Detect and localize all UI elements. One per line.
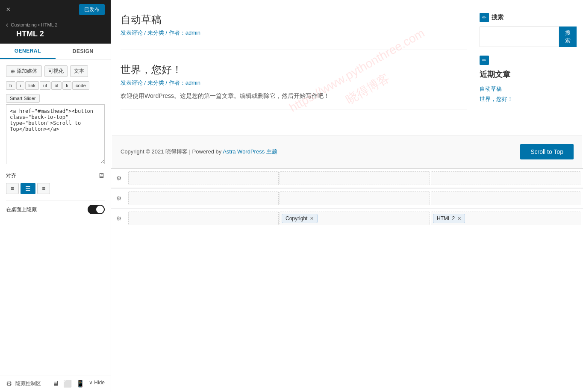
- list-item: 自动草稿: [480, 84, 574, 94]
- content-posts: 自动草稿 发表评论 / 未分类 / 作者：admin 世界，您好！ 发表评论 /…: [121, 13, 467, 122]
- wp-preview: https://www.pythonthree.com晓得博客 自动草稿 发表评…: [111, 0, 583, 392]
- builder-cell-3-1: [128, 212, 279, 225]
- published-button[interactable]: 已发布: [79, 4, 105, 15]
- customizer-sidebar: × 已发布 ‹ Customizing • HTML 2 HTML 2 GENE…: [0, 0, 111, 392]
- search-widget-title: 搜索: [492, 14, 504, 21]
- copyright-text: Copyright © 2021 晓得博客 | Powered by: [121, 148, 221, 155]
- html2-item: HTML 2 ✕: [433, 214, 465, 223]
- align-center-button[interactable]: ☰: [21, 183, 35, 194]
- text-button[interactable]: 文本: [70, 65, 88, 77]
- italic-button[interactable]: i: [16, 81, 24, 90]
- close-button[interactable]: ×: [6, 5, 14, 14]
- builder-cell-2-2: [280, 192, 430, 205]
- sidebar-footer: ⚙ 隐藏控制区 🖥 ⬜ 📱 ∨ Hide: [0, 375, 111, 392]
- breadcrumb: Customizing • HTML 2: [11, 22, 57, 27]
- main-layout: × 已发布 ‹ Customizing • HTML 2 HTML 2 GENE…: [0, 0, 583, 392]
- bold-button[interactable]: b: [6, 81, 15, 90]
- tablet-device-icon[interactable]: ⬜: [63, 380, 72, 388]
- ul-button[interactable]: ul: [40, 81, 50, 90]
- builder-row-3: ⚙ Copyright ✕ HTML 2 ✕: [111, 209, 583, 228]
- desktop-icon: 🖥: [98, 172, 105, 180]
- builder-cell-2-3: [431, 192, 581, 205]
- recent-post-link-1[interactable]: 自动草稿: [480, 84, 574, 94]
- scroll-to-top-button[interactable]: Scroll to Top: [520, 144, 574, 159]
- recent-posts-title: 近期文章: [480, 69, 574, 80]
- post-meta-1: 发表评论 / 未分类 / 作者：admin: [121, 29, 467, 37]
- li-button[interactable]: li: [62, 81, 71, 90]
- copyright-item: Copyright ✕: [282, 214, 318, 223]
- footer-copyright: Copyright © 2021 晓得博客 | Powered by Astra…: [121, 148, 277, 156]
- add-media-icon: ⊕: [11, 68, 15, 74]
- desktop-device-icon[interactable]: 🖥: [52, 380, 59, 388]
- builder-area: ⚙ ⚙: [111, 168, 583, 228]
- alignment-label: 对齐: [6, 172, 16, 180]
- builder-cell-1-2: [280, 171, 430, 185]
- search-widget: ✏ 搜索 搜索: [480, 13, 574, 47]
- code-button[interactable]: code: [72, 81, 89, 90]
- hide-controls-label[interactable]: 隐藏控制区: [15, 380, 41, 387]
- post-title-2: 世界，您好！: [121, 63, 467, 77]
- search-button[interactable]: 搜索: [559, 27, 577, 47]
- builder-row-2-cells: [127, 189, 583, 208]
- alignment-buttons: ≡ ☰ ≡: [6, 183, 105, 194]
- device-icons: 🖥 ⬜ 📱 ∨ Hide: [52, 380, 105, 388]
- content-main: 自动草稿 发表评论 / 未分类 / 作者：admin 世界，您好！ 发表评论 /…: [112, 0, 582, 135]
- mobile-device-icon[interactable]: 📱: [76, 380, 85, 388]
- builder-row-1-gear[interactable]: ⚙: [111, 175, 127, 182]
- builder-cell-2-1: [128, 192, 279, 205]
- builder-row-3-cells: Copyright ✕ HTML 2 ✕: [127, 209, 583, 228]
- search-widget-header: ✏ 搜索: [480, 13, 574, 22]
- wp-content: https://www.pythonthree.com晓得博客 自动草稿 发表评…: [112, 0, 582, 168]
- html2-item-label: HTML 2: [437, 215, 455, 221]
- gear-icon[interactable]: ⚙: [6, 380, 12, 388]
- sidebar-content: ⊕ 添加媒体 可视化 文本 b i link ul ol li code Sma…: [0, 59, 111, 375]
- format-buttons: b i link ul ol li code: [6, 81, 105, 90]
- builder-row-1-cells: [127, 169, 583, 188]
- visual-button[interactable]: 可视化: [44, 65, 68, 77]
- recent-posts-widget: ✏ 近期文章 自动草稿 世界，您好！: [480, 56, 574, 104]
- add-media-button[interactable]: ⊕ 添加媒体: [6, 65, 42, 77]
- hide-chevron[interactable]: ∨ Hide: [89, 380, 105, 388]
- align-right-button[interactable]: ≡: [37, 183, 50, 194]
- hide-on-desktop-toggle[interactable]: [88, 205, 105, 214]
- recent-posts-list: 自动草稿 世界，您好！: [480, 84, 574, 104]
- builder-cell-3-3: HTML 2 ✕: [431, 212, 581, 225]
- tab-design[interactable]: DESIGN: [56, 44, 111, 59]
- sidebar-header: × 已发布: [0, 0, 111, 19]
- smart-slider-button[interactable]: Smart Slider: [6, 94, 40, 103]
- search-input[interactable]: [480, 27, 559, 47]
- editor-toolbar: ⊕ 添加媒体 可视化 文本: [6, 65, 105, 77]
- alignment-section: 对齐 🖥: [6, 172, 105, 180]
- page-title: HTML 2: [6, 29, 105, 38]
- post-title-1: 自动草稿: [121, 13, 467, 27]
- preview-area: https://www.pythonthree.com晓得博客 自动草稿 发表评…: [111, 0, 583, 392]
- link-button[interactable]: link: [25, 81, 39, 90]
- builder-row-3-gear[interactable]: ⚙: [111, 215, 127, 222]
- recent-post-link-2[interactable]: 世界，您好！: [480, 94, 574, 104]
- recent-posts-edit-icon[interactable]: ✏: [480, 56, 489, 65]
- search-widget-edit-icon[interactable]: ✏: [480, 13, 489, 22]
- builder-row-2-gear[interactable]: ⚙: [111, 195, 127, 202]
- align-left-button[interactable]: ≡: [6, 183, 19, 194]
- content-sidebar: ✏ 搜索 搜索 ✏: [480, 13, 574, 122]
- html2-remove-button[interactable]: ✕: [457, 216, 461, 221]
- back-button[interactable]: ‹: [6, 21, 8, 29]
- hide-on-desktop-label: 在桌面上隐藏: [6, 206, 37, 213]
- post-meta-2: 发表评论 / 未分类 / 作者：admin: [121, 79, 467, 87]
- tab-general[interactable]: GENERAL: [0, 44, 56, 59]
- list-item: 世界，您好！: [480, 94, 574, 104]
- builder-row-2: ⚙: [111, 189, 583, 208]
- copyright-remove-button[interactable]: ✕: [310, 216, 314, 221]
- search-input-box: 搜索: [480, 27, 574, 47]
- builder-cell-1-1: [128, 171, 279, 185]
- wp-footer: Copyright © 2021 晓得博客 | Powered by Astra…: [112, 135, 582, 168]
- recent-posts-widget-header: ✏: [480, 56, 574, 65]
- copyright-item-label: Copyright: [286, 215, 307, 221]
- sidebar-tabs: GENERAL DESIGN: [0, 44, 111, 59]
- post-excerpt-2: 欢迎使用WordPress。这是您的第一篇文章。编辑或删除它，然后开始写作吧！: [121, 91, 467, 100]
- add-media-label: 添加媒体: [17, 68, 37, 75]
- ol-button[interactable]: ol: [51, 81, 62, 90]
- footer-link[interactable]: Astra WordPress 主题: [223, 148, 277, 155]
- builder-cell-3-2: Copyright ✕: [280, 212, 430, 225]
- code-editor[interactable]: <a href="#masthead"><button class="back-…: [6, 104, 105, 164]
